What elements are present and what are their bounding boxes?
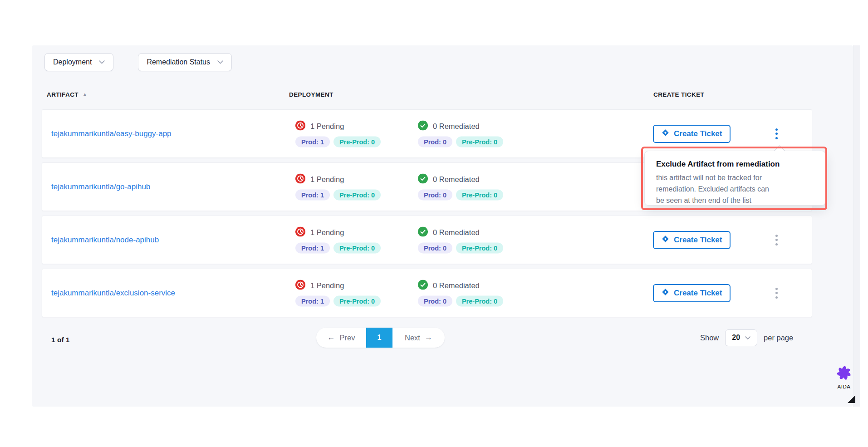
column-header-deployment-label: DEPLOYMENT <box>289 91 333 98</box>
chevron-down-icon <box>217 60 223 64</box>
remediated-group: 0 Remediated Prod: 0 Pre-Prod: 0 <box>418 280 503 306</box>
remediation-status-filter-dropdown[interactable]: Remediation Status <box>138 53 232 71</box>
pending-count-label: 1 Pending <box>310 122 344 131</box>
column-header-deployment: DEPLOYMENT <box>289 91 333 98</box>
preprod-badge: Pre-Prod: 0 <box>333 189 381 200</box>
pending-count-label: 1 Pending <box>310 281 344 290</box>
kebab-menu-icon[interactable] <box>771 286 782 300</box>
create-ticket-label: Create Ticket <box>674 129 722 138</box>
prod-badge: Prod: 1 <box>295 295 330 306</box>
remediated-group: 0 Remediated Prod: 0 Pre-Prod: 0 <box>418 226 503 253</box>
remediated-check-icon <box>418 226 428 238</box>
prod-badge: Prod: 1 <box>295 136 330 147</box>
per-page-select[interactable]: 20 <box>725 329 757 346</box>
per-page-value: 20 <box>732 334 740 342</box>
filter-bar: Deployment Remediation Status <box>44 53 232 71</box>
tooltip-body-line: remediation. Excluded artifacts can <box>656 183 816 195</box>
pending-clock-icon <box>295 120 305 132</box>
aida-flower-icon <box>836 375 852 383</box>
deployment-filter-dropdown[interactable]: Deployment <box>44 53 113 71</box>
remediated-group: 0 Remediated Prod: 0 Pre-Prod: 0 <box>418 173 503 200</box>
create-ticket-label: Create Ticket <box>674 289 722 298</box>
remediated-count-label: 0 Remediated <box>433 122 480 131</box>
remediation-panel: Deployment Remediation Status ARTIFACT ▲… <box>32 45 853 407</box>
pager: ← Prev 1 Next → <box>316 328 445 348</box>
preprod-badge: Pre-Prod: 0 <box>456 295 503 306</box>
column-header-create-ticket: CREATE TICKET <box>653 91 704 98</box>
page-summary: 1 of 1 <box>51 336 69 344</box>
pending-clock-icon <box>295 173 305 185</box>
remediated-group: 0 Remediated Prod: 0 Pre-Prod: 0 <box>418 120 503 147</box>
pending-group: 1 Pending Prod: 1 Pre-Prod: 0 <box>295 120 381 147</box>
table-row: tejakummarikuntla/node-apihub 1 Pending … <box>42 216 812 264</box>
next-page-button[interactable]: Next → <box>392 328 445 348</box>
prod-badge: Prod: 0 <box>418 136 452 147</box>
pending-clock-icon <box>295 280 305 291</box>
chevron-down-icon <box>745 336 750 339</box>
aida-label: AIDA <box>833 384 855 389</box>
create-ticket-label: Create Ticket <box>674 236 722 245</box>
create-ticket-button[interactable]: Create Ticket <box>653 231 731 249</box>
prev-page-button[interactable]: ← Prev <box>316 328 366 348</box>
per-page-suffix-label: per page <box>764 334 793 342</box>
resize-corner-icon <box>848 395 855 403</box>
prod-badge: Prod: 0 <box>418 295 452 306</box>
next-label: Next <box>405 334 420 342</box>
arrow-left-icon: ← <box>328 333 335 342</box>
column-header-artifact[interactable]: ARTIFACT ▲ <box>47 91 87 98</box>
pending-count-label: 1 Pending <box>310 175 344 184</box>
kebab-menu-icon[interactable] <box>771 127 782 141</box>
create-ticket-button[interactable]: Create Ticket <box>653 125 731 143</box>
kebab-menu-icon[interactable] <box>771 233 782 247</box>
exclude-artifact-tooltip: Exclude Artifact from remediation this a… <box>644 151 826 206</box>
pending-group: 1 Pending Prod: 1 Pre-Prod: 0 <box>295 280 381 306</box>
artifact-link[interactable]: tejakummarikuntla/exclusion-service <box>51 289 175 298</box>
remediated-count-label: 0 Remediated <box>433 175 480 184</box>
jira-diamond-icon <box>662 129 669 139</box>
jira-diamond-icon <box>662 235 669 245</box>
preprod-badge: Pre-Prod: 0 <box>456 189 503 200</box>
show-label: Show <box>700 334 719 342</box>
jira-diamond-icon <box>662 288 669 298</box>
arrow-right-icon: → <box>425 333 432 342</box>
pending-group: 1 Pending Prod: 1 Pre-Prod: 0 <box>295 226 381 253</box>
deployment-filter-label: Deployment <box>53 58 92 66</box>
tooltip-body-line: be seen at then end of the list <box>656 195 816 206</box>
preprod-badge: Pre-Prod: 0 <box>333 295 381 306</box>
artifact-link[interactable]: tejakummarikuntla/node-apihub <box>51 236 159 245</box>
remediated-count-label: 0 Remediated <box>433 228 480 237</box>
table-row: tejakummarikuntla/exclusion-service 1 Pe… <box>42 269 812 317</box>
remediated-check-icon <box>418 120 428 132</box>
column-header-create-ticket-label: CREATE TICKET <box>653 91 704 98</box>
preprod-badge: Pre-Prod: 0 <box>333 242 381 253</box>
artifact-table-body: tejakummarikuntla/easy-buggy-app 1 Pendi… <box>42 109 812 317</box>
tooltip-title: Exclude Artifact from remediation <box>656 160 816 169</box>
preprod-badge: Pre-Prod: 0 <box>333 136 381 147</box>
current-page-button[interactable]: 1 <box>366 328 392 348</box>
prod-badge: Prod: 1 <box>295 242 330 253</box>
remediated-check-icon <box>418 173 428 185</box>
preprod-badge: Pre-Prod: 0 <box>456 242 503 253</box>
per-page-control: Show 20 per page <box>700 328 793 348</box>
prod-badge: Prod: 1 <box>295 189 330 200</box>
pending-count-label: 1 Pending <box>310 228 344 237</box>
remediated-check-icon <box>418 280 428 291</box>
pending-clock-icon <box>295 226 305 238</box>
tooltip-arrow-icon <box>774 146 785 152</box>
chevron-down-icon <box>99 60 105 64</box>
prod-badge: Prod: 0 <box>418 189 452 200</box>
artifact-link[interactable]: tejakummarikuntla/easy-buggy-app <box>51 129 172 138</box>
aida-assistant-launcher[interactable]: AIDA <box>833 365 855 389</box>
vertical-scrollbar[interactable] <box>853 45 860 407</box>
create-ticket-button[interactable]: Create Ticket <box>653 284 731 302</box>
preprod-badge: Pre-Prod: 0 <box>456 136 503 147</box>
pending-group: 1 Pending Prod: 1 Pre-Prod: 0 <box>295 173 381 200</box>
remediation-status-filter-label: Remediation Status <box>147 58 210 66</box>
column-header-artifact-label: ARTIFACT <box>47 91 78 98</box>
prev-label: Prev <box>340 334 355 342</box>
sort-ascending-icon[interactable]: ▲ <box>83 92 87 97</box>
prod-badge: Prod: 0 <box>418 242 452 253</box>
tooltip-body: this artifact will not be tracked for re… <box>656 172 816 206</box>
remediated-count-label: 0 Remediated <box>433 281 480 290</box>
artifact-link[interactable]: tejakummarikuntla/go-apihub <box>51 182 150 192</box>
